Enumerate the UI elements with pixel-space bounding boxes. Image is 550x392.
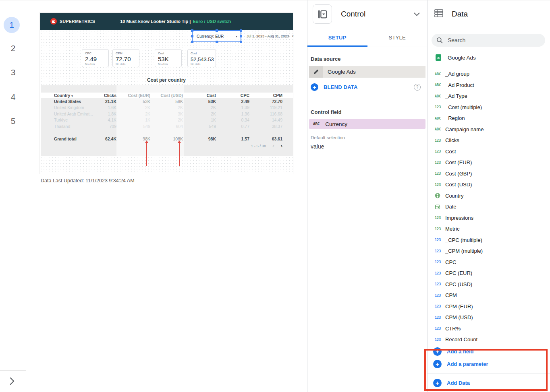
scorecard-note: No data	[191, 63, 213, 66]
page-thumb-2[interactable]: 2	[0, 43, 26, 53]
search-box[interactable]	[432, 34, 545, 47]
field-item[interactable]: ABC_Region	[428, 113, 550, 124]
field-list: ABC_Ad group ABC_Ad Product ABC_Ad Type …	[428, 67, 550, 345]
field-name: _Ad group	[445, 71, 469, 77]
field-item[interactable]: 123_Cost (multiple)	[428, 102, 550, 113]
data-source-chip[interactable]: Google Ads	[309, 66, 425, 78]
selection-handle[interactable]	[191, 29, 193, 32]
scorecard-value: 72.70	[116, 56, 136, 62]
selection-handle[interactable]	[240, 41, 242, 43]
field-item[interactable]: 123CPC	[428, 257, 550, 268]
chevron-down-icon[interactable]	[414, 10, 420, 18]
field-item[interactable]: 123CPM (USD)	[428, 312, 550, 323]
cell-country: United Kingdom	[54, 105, 93, 110]
field-name: Date	[445, 204, 456, 210]
field-item[interactable]: 123Record Count	[428, 334, 550, 345]
table-row[interactable]: United States 21.1K 53K 58K 53K 2.49 72.…	[41, 98, 293, 105]
cell-cost-eur: 2K	[116, 111, 150, 116]
report-page[interactable]: SUPERMETRICS 10 Must-know Looker Studio …	[39, 12, 293, 174]
pagination-next-icon[interactable]: ›	[281, 143, 282, 149]
cell-cpc: 0.77	[216, 124, 249, 129]
column-header-cost[interactable]: Cost	[183, 93, 216, 98]
data-panel-header: Data	[428, 0, 550, 28]
column-header-clicks[interactable]: Clicks	[93, 93, 116, 98]
field-item[interactable]: 123CTR%	[428, 323, 550, 334]
field-item[interactable]: ABC_Ad group	[428, 68, 550, 80]
column-header-cost-eur[interactable]: Cost (EUR)	[116, 93, 150, 98]
field-item[interactable]: 123CPC (USD)	[428, 279, 550, 290]
data-source-row[interactable]: Google Ads	[428, 51, 550, 64]
field-item[interactable]: 123_CPC (multiple)	[428, 235, 550, 246]
blend-data-button[interactable]: + BLEND DATA ?	[311, 83, 424, 91]
field-item[interactable]: 123CPM	[428, 290, 550, 301]
control-field-name: Currency	[325, 121, 347, 127]
field-name: Record Count	[445, 336, 477, 342]
data-source-name: Google Ads	[448, 55, 476, 61]
calculated-number-type-icon: 123	[435, 326, 445, 330]
scorecard-cpc[interactable]: CPC 2.49 No data	[82, 49, 109, 67]
table-row[interactable]: Turkiye 4.1K 1K 2K 1K 0.34 14.49	[41, 117, 293, 124]
page-thumb-1[interactable]: 1	[4, 17, 20, 33]
field-item[interactable]: 123Cost (USD)	[428, 179, 550, 190]
selection-handle[interactable]	[240, 29, 242, 32]
field-item[interactable]: 123Clicks	[428, 135, 550, 146]
number-type-icon: 123	[435, 161, 445, 165]
table-row[interactable]: United Arab Emirat... 1.8K 2K 3K 2K 1.36…	[41, 111, 293, 117]
selection-handle[interactable]	[240, 35, 242, 37]
selection-handle[interactable]	[191, 35, 193, 37]
help-icon[interactable]: ?	[414, 84, 421, 91]
field-item[interactable]: ABCCampaign name	[428, 124, 550, 135]
tab-setup[interactable]: SETUP	[307, 28, 367, 47]
search-input[interactable]	[447, 37, 529, 44]
active-tab-underline	[307, 45, 367, 47]
selection-handle[interactable]	[216, 41, 218, 43]
currency-dropdown-control[interactable]: Currency: EUR ▾	[192, 30, 241, 42]
field-item[interactable]: 123Impressions	[428, 213, 550, 224]
field-item[interactable]: 123CPM (EUR)	[428, 301, 550, 312]
page-thumb-4[interactable]: 4	[0, 92, 26, 102]
field-item[interactable]: 123Cost	[428, 146, 550, 157]
selection-handle[interactable]	[216, 29, 218, 32]
page-thumb-3[interactable]: 3	[0, 68, 26, 77]
scorecard-label: CPM	[116, 52, 136, 55]
field-item[interactable]: ABC_Ad Product	[428, 80, 550, 91]
table-row[interactable]: Thailand 709 549 604 549 0.77 38.37	[41, 123, 293, 130]
data-panel-title: Data	[452, 10, 468, 19]
field-name: Cost (GBP)	[445, 171, 472, 177]
expand-sidebar-icon[interactable]	[9, 377, 15, 387]
cell-cost-eur: 53K	[116, 99, 150, 104]
cell-country: United States	[54, 99, 93, 104]
control-field-chip[interactable]: ABC Currency	[309, 119, 425, 129]
column-header-cost-usd[interactable]: Cost (USD)	[150, 93, 183, 98]
cost-per-country-table[interactable]: Country▾ Clicks Cost (EUR) Cost (USD) Co…	[41, 85, 293, 156]
pagination-prev-icon[interactable]: ‹	[272, 143, 274, 149]
column-header-cpc[interactable]: CPC	[216, 93, 249, 98]
field-item[interactable]: 123CPC (EUR)	[428, 268, 550, 279]
selection-handle[interactable]	[191, 41, 193, 43]
edit-data-source-button[interactable]	[309, 66, 323, 78]
field-item[interactable]: 123_CPM (multiple)	[428, 246, 550, 257]
field-item[interactable]: ABC_Ad Type	[428, 91, 550, 102]
column-header-cpm[interactable]: CPM	[249, 93, 282, 98]
add-a-parameter-label: Add a parameter	[447, 361, 488, 367]
field-item[interactable]: 123Cost (GBP)	[428, 168, 550, 179]
tab-style[interactable]: STYLE	[367, 28, 428, 47]
number-type-icon: 123	[435, 149, 445, 153]
page-thumb-5[interactable]: 5	[0, 116, 26, 126]
control-type-button[interactable]	[313, 4, 332, 24]
date-range-control[interactable]: Jul 1, 2023 - Aug 31, 2023 ▾	[247, 33, 292, 39]
column-header-country[interactable]: Country▾	[54, 93, 93, 98]
scorecard-cost-short[interactable]: Cost 53K No data	[155, 49, 182, 67]
field-item[interactable]: Country	[428, 190, 550, 202]
scorecard-cost-full[interactable]: Cost 52,543.53 No data	[187, 49, 216, 67]
field-item[interactable]: 123Metric	[428, 223, 550, 235]
add-a-parameter-button[interactable]: + Add a parameter	[428, 358, 550, 370]
default-selection-input[interactable]	[309, 142, 421, 154]
table-row[interactable]: United Kingdom 1.6K 2K 2K 2K 1.39 119.21	[41, 105, 293, 111]
scorecard-cpm[interactable]: CPM 72.70 No data	[112, 49, 139, 67]
add-data-button[interactable]: + Add Data	[428, 376, 550, 390]
field-item[interactable]: Date	[428, 201, 550, 213]
field-item[interactable]: 123Cost (EUR)	[428, 157, 550, 168]
add-a-field-button[interactable]: + Add a field	[428, 345, 550, 358]
data-last-updated: Data Last Updated: 11/1/2023 9:34:24 AM	[41, 178, 135, 184]
